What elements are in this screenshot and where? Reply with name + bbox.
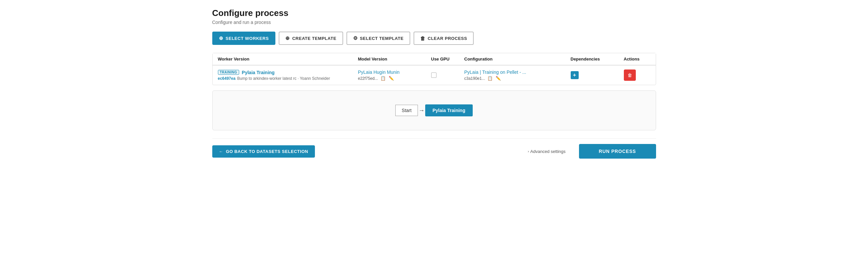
deps-cell: + <box>571 71 624 79</box>
bottom-right: › Advanced settings RUN PROCESS <box>528 144 656 158</box>
flow-diagram: Start → Pylaia Training <box>395 105 472 116</box>
col-configuration: Configuration <box>464 57 571 61</box>
chevron-right-icon: › <box>528 149 529 153</box>
page-subtitle: Configure and run a process <box>212 20 656 25</box>
select-workers-button[interactable]: ⊕ SELECT WORKERS <box>212 32 276 45</box>
copy-config-version-button[interactable]: 📋 <box>487 76 493 81</box>
back-arrow-icon: ← <box>219 149 223 154</box>
flow-diagram-section: Start → Pylaia Training <box>212 90 656 130</box>
table-row: TRAINING Pylaia Training ec6497ea Bump t… <box>213 65 656 85</box>
workers-table: Worker Version Model Version Use GPU Con… <box>212 53 656 85</box>
actions-cell: 🗑 <box>624 69 650 81</box>
add-dependency-button[interactable]: + <box>571 71 579 79</box>
model-version-row: e22f75ed... 📋 ✏️ <box>358 76 431 81</box>
col-use-gpu: Use GPU <box>431 57 464 61</box>
worker-cell: TRAINING Pylaia Training ec6497ea Bump t… <box>218 70 358 81</box>
use-gpu-checkbox[interactable] <box>431 72 436 78</box>
model-cell: PyLaia Hugin Munin e22f75ed... 📋 ✏️ <box>358 69 431 81</box>
flow-arrow: → <box>418 107 425 114</box>
flow-start-node: Start <box>395 105 418 116</box>
gpu-cell <box>431 72 464 78</box>
col-actions: Actions <box>624 57 650 61</box>
commit-row: ec6497ea Bump to arkindex-worker latest … <box>218 76 358 81</box>
config-name-link[interactable]: PyLaia | Training on Pellet - ... <box>464 69 571 75</box>
back-button[interactable]: ← GO BACK TO DATASETS SELECTION <box>212 145 315 157</box>
commit-message: Bump to arkindex-worker latest rc · Yoan… <box>237 76 330 81</box>
training-badge: TRAINING <box>218 70 239 75</box>
table-header: Worker Version Model Version Use GPU Con… <box>213 53 656 65</box>
page-title: Configure process <box>212 8 656 18</box>
edit-model-version-button[interactable]: ✏️ <box>388 76 395 81</box>
worker-name-row: TRAINING Pylaia Training <box>218 70 358 75</box>
delete-row-button[interactable]: 🗑 <box>624 69 636 81</box>
worker-name-link[interactable]: Pylaia Training <box>242 70 275 75</box>
select-template-button[interactable]: ⚙ SELECT TEMPLATE <box>346 32 410 45</box>
run-process-button[interactable]: RUN PROCESS <box>579 144 656 158</box>
col-dependencies: Dependencies <box>571 57 624 61</box>
advanced-settings-link[interactable]: › Advanced settings <box>528 149 566 154</box>
toolbar: ⊕ SELECT WORKERS ⊕ CREATE TEMPLATE ⚙ SEL… <box>212 32 656 45</box>
select-template-icon: ⚙ <box>353 35 358 41</box>
clear-process-button[interactable]: 🗑 CLEAR PROCESS <box>413 32 474 45</box>
col-model-version: Model Version <box>358 57 431 61</box>
bottom-bar: ← GO BACK TO DATASETS SELECTION › Advanc… <box>212 138 656 165</box>
col-worker-version: Worker Version <box>218 57 358 61</box>
copy-model-version-button[interactable]: 📋 <box>380 76 386 81</box>
commit-hash[interactable]: ec6497ea <box>218 76 236 81</box>
config-cell: PyLaia | Training on Pellet - ... c3a190… <box>464 69 571 81</box>
edit-config-button[interactable]: ✏️ <box>495 76 502 81</box>
create-template-button[interactable]: ⊕ CREATE TEMPLATE <box>279 32 343 45</box>
config-version-row: c3a190e1... 📋 ✏️ <box>464 76 571 81</box>
create-template-icon: ⊕ <box>285 35 290 41</box>
model-name-link[interactable]: PyLaia Hugin Munin <box>358 69 431 75</box>
model-version-text: e22f75ed... <box>358 76 378 81</box>
flow-process-node[interactable]: Pylaia Training <box>425 105 473 116</box>
config-version-text: c3a190e1... <box>464 76 485 81</box>
plus-circle-icon: ⊕ <box>219 35 223 41</box>
trash-icon: 🗑 <box>420 36 426 41</box>
